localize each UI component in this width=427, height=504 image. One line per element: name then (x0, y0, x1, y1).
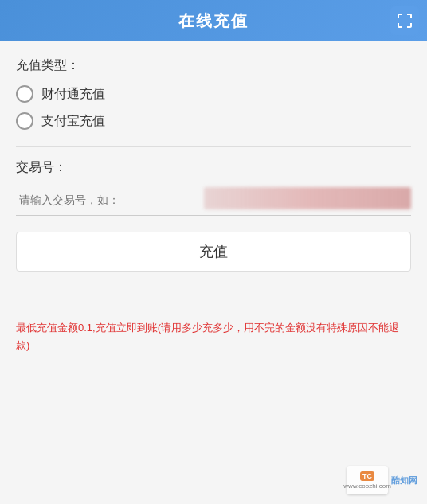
logo-badge: TC (360, 471, 374, 481)
watermark-logo: TC www.coozhi.com (347, 466, 388, 494)
watermark: TC www.coozhi.com 酷知网 (347, 466, 417, 494)
transaction-label: 交易号： (16, 159, 411, 176)
radio-alipay-label: 支付宝充值 (41, 113, 105, 130)
recharge-type-label: 充值类型： (16, 57, 411, 74)
logo-url: www.coozhi.com (343, 483, 391, 490)
radio-wealth-label: 财付通充值 (41, 86, 105, 103)
recharge-type-group: 财付通充值 支付宝充值 (16, 85, 411, 130)
site-label: 酷知网 (391, 475, 417, 486)
transaction-input-wrapper (16, 184, 411, 216)
header: 在线充值 (0, 0, 427, 41)
radio-wealth[interactable]: 财付通充值 (16, 85, 411, 103)
page-title: 在线充值 (178, 10, 249, 32)
notice-text: 最低充值金额0.1,充值立即到账(请用多少充多少，用不完的金额没有特殊原因不能退… (16, 319, 411, 354)
scan-icon-button[interactable] (390, 6, 419, 35)
divider (16, 146, 411, 147)
main-content: 充值类型： 财付通充值 支付宝充值 交易号： 充值 最低充值金额0.1,充值立即… (0, 41, 427, 504)
radio-alipay[interactable]: 支付宝充值 (16, 112, 411, 130)
recharge-button[interactable]: 充值 (16, 232, 411, 272)
blurred-value-overlay (204, 187, 411, 209)
radio-alipay-circle[interactable] (16, 112, 33, 130)
radio-wealth-circle[interactable] (16, 85, 33, 103)
